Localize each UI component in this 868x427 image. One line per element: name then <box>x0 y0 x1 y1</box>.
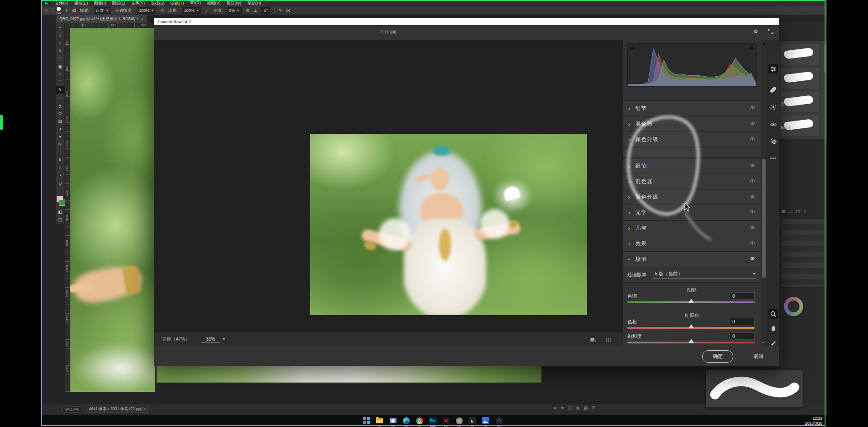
slider-thumb[interactable] <box>688 324 694 328</box>
slider-thumb[interactable] <box>688 339 694 343</box>
section-row[interactable]: ›颜色分级 <box>623 132 761 148</box>
panel-scrollbar[interactable]: › <box>761 40 767 346</box>
scroll-down-icon[interactable]: › <box>761 342 765 343</box>
brush-tool-icon[interactable]: ✎ <box>56 86 64 94</box>
eye-icon[interactable] <box>749 210 756 215</box>
crop-tool-icon[interactable]: □ <box>56 55 64 63</box>
shape-tool-icon[interactable]: ○ <box>56 163 64 171</box>
brush-panel-toggle-icon[interactable]: ▤ <box>72 8 76 13</box>
eye-icon[interactable] <box>749 179 756 184</box>
zoom-tool-icon[interactable]: Q <box>56 179 64 187</box>
chevron-down-icon[interactable] <box>65 10 68 11</box>
document-canvas-bottom-strip[interactable] <box>157 365 541 383</box>
lasso-tool-icon[interactable]: ○ <box>56 39 64 47</box>
cancel-button[interactable]: 取消 <box>753 353 763 360</box>
menu-item[interactable]: 窗口(W) <box>227 0 242 6</box>
blur-tool-icon[interactable]: ◑ <box>56 125 64 132</box>
adjustment-layer-icon[interactable]: ◍ <box>576 406 580 410</box>
quick-mask-icon[interactable]: ◧ <box>56 208 64 216</box>
delete-layer-icon[interactable]: ⊟ <box>592 406 595 410</box>
file-explorer[interactable] <box>375 416 384 425</box>
panel-icon[interactable]: ▦ <box>781 209 785 214</box>
type-tool-icon[interactable]: T <box>56 148 64 156</box>
zoom-icon[interactable] <box>768 309 778 319</box>
eye-icon[interactable] <box>749 225 756 231</box>
more-dots-icon[interactable]: ••• <box>768 153 778 163</box>
marquee-tool-icon[interactable]: ▫ <box>56 32 64 39</box>
path-select-tool-icon[interactable]: k <box>56 156 64 163</box>
section-row[interactable]: ›细节 <box>623 158 761 174</box>
airbrush-icon[interactable]: ☄ <box>206 8 209 13</box>
brush-preset-thumb[interactable] <box>781 68 819 89</box>
fit-zoom-label[interactable]: 适应（47%） <box>162 336 190 343</box>
eraser-tool-icon[interactable]: ◇ <box>56 109 64 117</box>
grid-view-icon[interactable]: ▦, <box>590 337 596 343</box>
saturation-slider[interactable] <box>627 342 755 343</box>
histogram[interactable] <box>627 43 757 87</box>
edit-sliders-icon[interactable] <box>768 64 778 74</box>
flow-select[interactable]: 100% <box>182 7 201 14</box>
eye-icon[interactable] <box>749 105 756 111</box>
quick-selection-tool-icon[interactable]: ✎ <box>56 47 64 55</box>
section-row[interactable]: ›颜色分级 <box>623 189 761 205</box>
symmetry-icon[interactable]: ⋈ <box>286 8 291 13</box>
dark-shapes-app[interactable]: ◣ <box>468 416 477 425</box>
layer-mask-icon[interactable]: ▢ <box>568 406 572 410</box>
settings-gear-icon[interactable]: ⚙ <box>753 28 758 35</box>
masking-icon[interactable] <box>768 102 778 112</box>
before-after-icon[interactable]: ◫ <box>606 337 611 343</box>
panel-dock-icons[interactable]: ▦❏ ◫≡ <box>781 209 806 214</box>
eye-icon[interactable] <box>749 163 756 169</box>
move-tool-icon[interactable]: + <box>56 24 64 32</box>
menu-item[interactable]: 滤镜(T) <box>170 0 184 6</box>
red-eye-icon[interactable] <box>768 120 778 129</box>
capture-handle[interactable] <box>0 115 3 130</box>
new-group-icon[interactable]: ▤ <box>584 406 588 410</box>
menu-item[interactable]: 编辑(E) <box>74 0 88 6</box>
tint-value[interactable]: 0 <box>730 292 755 300</box>
healing-icon[interactable] <box>768 85 778 95</box>
camera-raw-preview-area[interactable] <box>154 40 623 332</box>
home-icon[interactable]: ⌂ <box>45 8 48 13</box>
red-x-app[interactable]: ✕ <box>441 416 450 425</box>
document-canvas[interactable] <box>70 28 155 392</box>
blue-mountain-app[interactable] <box>481 416 490 425</box>
slider-thumb[interactable] <box>688 299 694 303</box>
screen-mode-icon[interactable]: ▢ <box>56 216 64 223</box>
panel-icon[interactable]: ❏ <box>789 209 793 214</box>
menu-item[interactable]: 帮助(H) <box>247 0 261 6</box>
section-row[interactable]: ›效果 <box>623 236 761 252</box>
section-row[interactable]: ›混色器 <box>623 116 761 132</box>
menu-item[interactable]: 视图(V) <box>207 0 221 6</box>
hue-value[interactable]: 0 <box>730 318 755 325</box>
chevron-down-icon[interactable] <box>222 338 225 340</box>
shadow-clipping-icon[interactable] <box>629 45 635 49</box>
mode-select[interactable]: 正常 <box>94 7 111 14</box>
panel-icon[interactable]: ≡ <box>804 209 806 214</box>
section-row[interactable]: ›几何 <box>623 220 761 236</box>
menu-item[interactable]: 选择(S) <box>151 0 164 6</box>
panel-icon[interactable]: ◫ <box>796 209 800 214</box>
opacity-select[interactable]: 100% <box>137 7 156 14</box>
brush-preset-thumb[interactable] <box>781 91 819 112</box>
color-wheel[interactable] <box>784 297 803 316</box>
section-row[interactable]: ›细节 <box>623 100 761 116</box>
scroll-up-icon[interactable] <box>762 42 766 45</box>
menu-item[interactable]: 3D(D) <box>190 0 201 6</box>
photoshop-app[interactable]: Ps <box>428 416 437 425</box>
brush-preset-picker[interactable]: 625 <box>57 7 61 14</box>
menu-item[interactable]: 文件(F) <box>55 0 69 6</box>
camera-raw-titlebar[interactable]: Camera Raw 14.2 <box>154 18 779 25</box>
document-info[interactable]: 4641 像素 x 3031 像素 (72 ppi) > <box>86 406 149 413</box>
tint-slider[interactable] <box>627 301 755 303</box>
healing-tool-icon[interactable]: ⌒ <box>56 78 64 86</box>
gradient-tool-icon[interactable]: ▨ <box>56 117 64 125</box>
highlight-clipping-icon[interactable] <box>749 45 755 49</box>
menu-item[interactable]: 图层(L) <box>112 0 125 6</box>
zoom-level-select[interactable]: 30% <box>201 337 220 343</box>
frame-tool-icon[interactable]: ▣ <box>56 63 64 70</box>
section-row[interactable]: ›光学 <box>623 205 761 221</box>
document-tab[interactable]: QRQ_0677.jpg @ 41% (图层拷贝 1, RGB/8) * × <box>56 15 147 23</box>
chrome-browser[interactable] <box>415 416 424 425</box>
hand-icon[interactable] <box>768 323 778 333</box>
